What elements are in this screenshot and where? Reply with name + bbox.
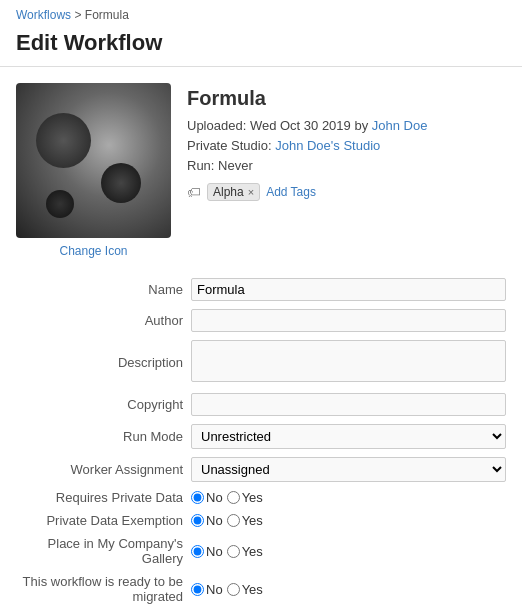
gallery-yes-radio[interactable] (227, 545, 240, 558)
author-input[interactable] (191, 309, 506, 332)
breadcrumb: Workflows > Formula (0, 0, 522, 26)
run-row: Run: Never (187, 158, 506, 173)
description-label: Description (16, 355, 191, 370)
place-in-gallery-row: Place in My Company's Gallery No Yes (16, 536, 506, 566)
migrate-no-label[interactable]: No (191, 582, 223, 597)
requires-private-data-row: Requires Private Data No Yes (16, 490, 506, 505)
uploaded-row: Uploaded: Wed Oct 30 2019 by John Doe (187, 118, 506, 133)
requires-private-yes-radio[interactable] (227, 491, 240, 504)
worker-assignment-row: Worker Assignment Unassigned Assigned (16, 457, 506, 482)
studio-label: Private Studio: (187, 138, 272, 153)
run-mode-label: Run Mode (16, 429, 191, 444)
change-icon-link[interactable]: Change Icon (59, 244, 127, 258)
workflow-icon (16, 83, 171, 238)
ready-to-migrate-row: This workflow is ready to be migrated No… (16, 574, 506, 604)
requires-private-no-radio[interactable] (191, 491, 204, 504)
copyright-label: Copyright (16, 397, 191, 412)
workflow-name-display: Formula (187, 87, 506, 110)
name-label: Name (16, 282, 191, 297)
studio-row: Private Studio: John Doe's Studio (187, 138, 506, 153)
exemption-no-radio[interactable] (191, 514, 204, 527)
requires-private-data-label: Requires Private Data (16, 490, 191, 505)
breadcrumb-current: Formula (85, 8, 129, 22)
top-section: Change Icon Formula Uploaded: Wed Oct 30… (0, 67, 522, 266)
form-section: Name Author Description Copyright Run Mo… (0, 266, 522, 610)
meta-area: Formula Uploaded: Wed Oct 30 2019 by Joh… (187, 83, 506, 258)
worker-assignment-label: Worker Assignment (16, 462, 191, 477)
tag-label: Alpha (213, 185, 244, 199)
icon-circle3 (46, 190, 74, 218)
studio-link[interactable]: John Doe's Studio (275, 138, 380, 153)
breadcrumb-workflows-link[interactable]: Workflows (16, 8, 71, 22)
uploaded-label: Uploaded: Wed Oct 30 2019 by (187, 118, 368, 133)
tag-icon: 🏷 (187, 184, 201, 200)
run-mode-control: Unrestricted Restricted (191, 424, 506, 449)
breadcrumb-separator: > (74, 8, 81, 22)
migrate-yes-radio[interactable] (227, 583, 240, 596)
ready-to-migrate-label: This workflow is ready to be migrated (16, 574, 191, 604)
run-mode-select[interactable]: Unrestricted Restricted (191, 424, 506, 449)
gallery-no-radio[interactable] (191, 545, 204, 558)
description-control (191, 340, 506, 385)
gallery-yes-label[interactable]: Yes (227, 544, 263, 559)
worker-assignment-select[interactable]: Unassigned Assigned (191, 457, 506, 482)
requires-private-data-control: No Yes (191, 490, 506, 505)
requires-private-yes-label[interactable]: Yes (227, 490, 263, 505)
migrate-no-radio[interactable] (191, 583, 204, 596)
tag-remove-button[interactable]: × (248, 186, 254, 198)
uploader-link[interactable]: John Doe (372, 118, 428, 133)
copyright-row: Copyright (16, 393, 506, 416)
page-title: Edit Workflow (0, 26, 522, 67)
requires-private-no-label[interactable]: No (191, 490, 223, 505)
migrate-yes-label[interactable]: Yes (227, 582, 263, 597)
private-data-exemption-control: No Yes (191, 513, 506, 528)
icon-area: Change Icon (16, 83, 171, 258)
copyright-input[interactable] (191, 393, 506, 416)
description-input[interactable] (191, 340, 506, 382)
place-in-gallery-label: Place in My Company's Gallery (16, 536, 191, 566)
run-mode-row: Run Mode Unrestricted Restricted (16, 424, 506, 449)
author-row: Author (16, 309, 506, 332)
name-row: Name (16, 278, 506, 301)
tag-badge: Alpha × (207, 183, 260, 201)
exemption-yes-radio[interactable] (227, 514, 240, 527)
author-label: Author (16, 313, 191, 328)
ready-to-migrate-control: No Yes (191, 582, 506, 597)
name-input[interactable] (191, 278, 506, 301)
copyright-control (191, 393, 506, 416)
name-control (191, 278, 506, 301)
worker-assignment-control: Unassigned Assigned (191, 457, 506, 482)
gallery-no-label[interactable]: No (191, 544, 223, 559)
exemption-no-label[interactable]: No (191, 513, 223, 528)
add-tags-link[interactable]: Add Tags (266, 185, 316, 199)
place-in-gallery-control: No Yes (191, 544, 506, 559)
description-row: Description (16, 340, 506, 385)
author-control (191, 309, 506, 332)
tags-row: 🏷 Alpha × Add Tags (187, 183, 506, 201)
exemption-yes-label[interactable]: Yes (227, 513, 263, 528)
private-data-exemption-row: Private Data Exemption No Yes (16, 513, 506, 528)
private-data-exemption-label: Private Data Exemption (16, 513, 191, 528)
